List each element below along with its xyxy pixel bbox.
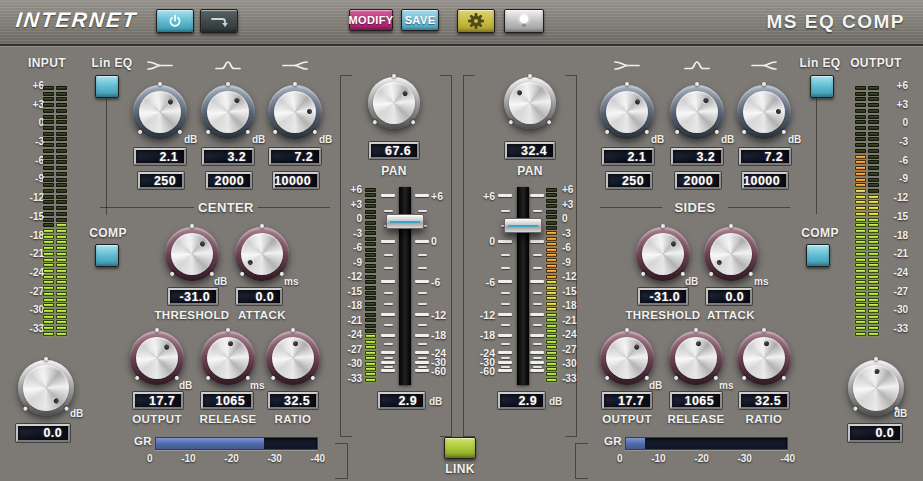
comp-sides-button[interactable] xyxy=(806,244,830,267)
comp-sides-threshold-knob[interactable] xyxy=(636,227,690,281)
channel1-fader-handle[interactable] xyxy=(386,214,424,229)
settings-button[interactable] xyxy=(457,9,495,33)
channel2-fader-handle[interactable] xyxy=(504,218,542,233)
power-button[interactable] xyxy=(156,9,194,33)
comp-sides-output-knob[interactable] xyxy=(600,331,654,385)
led-segment xyxy=(43,258,54,262)
led-segment xyxy=(546,280,557,284)
scale-tick-label: +6 xyxy=(351,184,362,195)
comp-center-release-knob[interactable] xyxy=(201,331,255,385)
comp-sides-output-display[interactable]: 17.7 xyxy=(602,392,652,409)
led-segment xyxy=(546,253,557,257)
led-segment xyxy=(855,137,866,141)
comp-sides-threshold-label: THRESHOLD xyxy=(621,309,705,321)
comp-center-ratio-knob[interactable] xyxy=(266,331,320,385)
eq-center-band2-gain-display[interactable]: 3.2 xyxy=(202,148,254,165)
master-right-display[interactable]: 0.0 xyxy=(848,424,902,442)
led-segment xyxy=(868,195,879,199)
save-button[interactable]: SAVE xyxy=(401,9,439,31)
fader-scale-label: +6 xyxy=(471,190,495,202)
led-segment xyxy=(56,149,67,153)
master-left-unit: dB xyxy=(70,408,83,419)
fader-scale-label: -18 xyxy=(471,329,495,341)
eq-center-band1-gain-display[interactable]: 2.1 xyxy=(134,148,186,165)
channel2-fader-display[interactable]: 2.9 xyxy=(498,392,545,409)
led-segment xyxy=(546,242,557,246)
fader-scale-tick xyxy=(530,351,544,354)
lin-eq-sides-label: Lin EQ xyxy=(792,56,848,70)
led-segment xyxy=(546,215,557,219)
led-segment xyxy=(365,372,376,376)
bulb-button[interactable] xyxy=(504,9,544,33)
channel1-pan-display[interactable]: 67.6 xyxy=(369,142,419,159)
eq-sides-band3-gain-knob[interactable] xyxy=(737,85,791,139)
comp-center-threshold-knob[interactable] xyxy=(165,227,219,281)
led-segment xyxy=(56,309,67,313)
eq-sides-band2-gain-knob[interactable] xyxy=(670,85,724,139)
eq-center-band3-gain-display[interactable]: 7.2 xyxy=(269,148,321,165)
scale-tick-label: -15 xyxy=(30,211,44,222)
eq-center-band2-freq-display[interactable]: 2000 xyxy=(206,172,252,189)
fader-scale-tick xyxy=(381,351,395,354)
comp-sides-threshold-display[interactable]: -31.0 xyxy=(638,288,688,305)
eq-center-band3-freq-display[interactable]: 10000 xyxy=(273,172,319,189)
comp-sides-ratio-knob[interactable] xyxy=(737,331,791,385)
eq-sides-band1-gain-display[interactable]: 2.1 xyxy=(602,148,654,165)
comp-sides-attack-knob[interactable] xyxy=(704,227,758,281)
fader-scale-tick xyxy=(530,280,544,283)
channel2-pan-display[interactable]: 32.4 xyxy=(505,142,555,159)
scale-tick-label: -15 xyxy=(348,286,362,297)
lin-eq-center-button[interactable] xyxy=(95,75,119,98)
comp-sides-release-display[interactable]: 1065 xyxy=(670,392,722,409)
modify-button[interactable]: MODIFY xyxy=(349,9,393,31)
eq-sides-band1-freq-display[interactable]: 250 xyxy=(606,172,652,189)
comp-sides-attack-display[interactable]: 0.0 xyxy=(706,288,752,305)
comp-center-attack-knob[interactable] xyxy=(235,227,289,281)
eq-center-band1-freq-display[interactable]: 250 xyxy=(138,172,184,189)
comp-sides-release-knob[interactable] xyxy=(669,331,723,385)
channel1-fader-display[interactable]: 2.9 xyxy=(378,392,425,409)
channel2-pan-knob[interactable] xyxy=(504,77,556,129)
routing-button[interactable] xyxy=(200,9,238,33)
eq-center-band2-gain-knob[interactable] xyxy=(201,85,255,139)
fader-scale-tick xyxy=(533,324,542,326)
led-segment xyxy=(855,183,866,187)
master-left-display[interactable]: 0.0 xyxy=(16,424,70,442)
led-segment xyxy=(365,258,376,262)
eq-center-band1-gain-knob[interactable] xyxy=(133,85,187,139)
comp-center-threshold-display[interactable]: -31.0 xyxy=(168,288,218,305)
channel1-fader-unit: dB xyxy=(429,396,442,407)
eq-center-band3-gain-knob[interactable] xyxy=(268,85,322,139)
eq-sides-band3-freq-display[interactable]: 10000 xyxy=(742,172,788,189)
link-button[interactable] xyxy=(444,437,476,459)
led-segment xyxy=(56,183,67,187)
channel1-pan-knob[interactable] xyxy=(368,77,420,129)
comp-sides-label: COMP xyxy=(796,226,844,240)
scale-tick-label: -6 xyxy=(353,242,362,253)
eq-sides-band2-freq-display[interactable]: 2000 xyxy=(675,172,721,189)
comp-center-ratio-display[interactable]: 32.5 xyxy=(268,392,318,409)
eq-sides-band1-gain-knob[interactable] xyxy=(600,85,654,139)
eq-sides-band3-gain-display[interactable]: 7.2 xyxy=(739,148,791,165)
comp-center-button[interactable] xyxy=(95,244,119,267)
fader-scale-tick xyxy=(533,292,542,294)
input-meter-scale: +6+30-3-6-9-12-15-18-21-24-27-30-33 xyxy=(14,80,44,334)
led-segment xyxy=(868,326,879,330)
comp-center-release-display[interactable]: 1065 xyxy=(201,392,253,409)
comp-sides-ratio-display[interactable]: 32.5 xyxy=(739,392,789,409)
comp-center-output-display[interactable]: 17.7 xyxy=(133,392,183,409)
scale-tick-label: -6 xyxy=(899,155,908,166)
master-left-gain-knob[interactable] xyxy=(18,360,74,416)
led-segment xyxy=(855,326,866,330)
led-segment xyxy=(56,195,67,199)
channel2-fader-track[interactable] xyxy=(517,187,529,385)
led-segment xyxy=(43,109,54,113)
comp-center-output-knob[interactable] xyxy=(130,331,184,385)
lin-eq-sides-button[interactable] xyxy=(810,75,834,98)
eq-sides-band2-gain-display[interactable]: 3.2 xyxy=(671,148,723,165)
channel1-fader-track[interactable] xyxy=(399,187,411,385)
comp-center-attack-display[interactable]: 0.0 xyxy=(236,288,282,305)
led-segment xyxy=(56,212,67,216)
led-segment xyxy=(546,210,557,214)
led-segment xyxy=(855,286,866,290)
